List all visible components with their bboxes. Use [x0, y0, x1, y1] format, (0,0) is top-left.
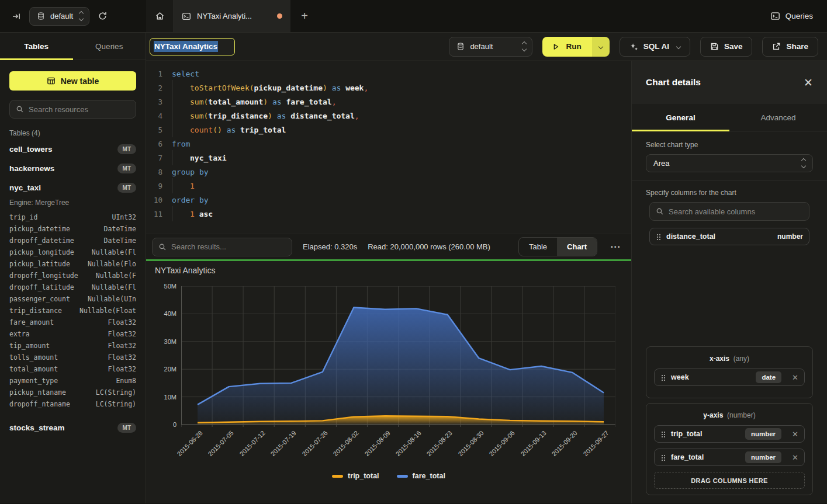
remove-icon[interactable]: ✕ — [792, 373, 798, 382]
column-row[interactable]: tip_amountFloat32 — [9, 340, 136, 352]
column-name: pickup_ntaname — [9, 388, 66, 397]
column-row[interactable]: tolls_amountFloat32 — [9, 352, 136, 363]
results-toolbar: Elapsed: 0.320s Read: 20,000,000 rows (2… — [146, 234, 631, 259]
tab-general[interactable]: General — [632, 104, 729, 131]
drag-handle-icon[interactable] — [661, 374, 665, 381]
column-row[interactable]: dropoff_datetimeDateTime — [9, 235, 136, 246]
top-bar: default NYTaxi Analyti... + Queries — [0, 0, 827, 33]
new-table-button[interactable]: New table — [9, 71, 136, 91]
collapse-sidebar-icon[interactable] — [12, 12, 21, 21]
topbar-right: Queries — [770, 0, 827, 32]
column-row[interactable]: trip_idUInt32 — [9, 211, 136, 223]
terminal-icon — [182, 12, 191, 21]
column-row[interactable]: passenger_countNullable(UIn — [9, 293, 136, 305]
column-item-distance_total[interactable]: distance_total number — [649, 228, 809, 245]
chart-type-select[interactable]: Area — [646, 154, 813, 172]
drag-handle-icon[interactable] — [656, 234, 660, 240]
tab-advanced[interactable]: Advanced — [729, 104, 827, 131]
columns-search-input[interactable] — [669, 207, 803, 216]
column-row[interactable]: pickup_datetimeDateTime — [9, 223, 136, 235]
editor-line: 10order by — [146, 193, 631, 207]
column-item-trip_total[interactable]: trip_total number✕ — [654, 425, 805, 443]
chart-type-value: Area — [653, 159, 669, 168]
engine-badge: MT — [117, 423, 136, 433]
legend-item[interactable]: fare_total — [397, 472, 445, 480]
table-row[interactable]: stocks_stream MT — [9, 418, 136, 437]
sql-editor[interactable]: 1select2toStartOfWeek(pickup_datetime) a… — [146, 61, 631, 234]
column-item-fare_total[interactable]: fare_total number✕ — [654, 449, 805, 466]
sidebar-search-input[interactable] — [29, 105, 130, 114]
sql-ai-button[interactable]: SQL AI — [620, 37, 690, 57]
column-row[interactable]: fare_amountFloat32 — [9, 317, 136, 328]
query-database-selector[interactable]: default — [449, 37, 532, 57]
column-type: LC(String) — [96, 388, 136, 397]
x-tick-label: 2015-08-09 — [363, 429, 391, 457]
column-row[interactable]: total_amountFloat32 — [9, 363, 136, 375]
column-type-badge: number — [745, 428, 781, 440]
run-options-button[interactable] — [592, 37, 610, 57]
run-button[interactable]: Run — [542, 37, 591, 57]
drag-columns-dropzone[interactable]: DRAG COLUMNS HERE — [654, 472, 805, 489]
editor-line: 6from — [146, 137, 631, 151]
shell: Tables Queries New table Tables (4) cell… — [0, 33, 827, 503]
column-row[interactable]: payment_typeEnum8 — [9, 375, 136, 387]
drag-handle-icon[interactable] — [661, 431, 665, 437]
results-search-input[interactable] — [171, 242, 286, 251]
remove-icon[interactable]: ✕ — [792, 430, 798, 439]
table-row[interactable]: cell_towers MT — [9, 140, 136, 159]
column-type: DateTime — [104, 237, 136, 245]
tab-tables[interactable]: Tables — [0, 33, 73, 60]
tab-nytaxi-analytics[interactable]: NYTaxi Analyti... — [174, 0, 290, 32]
column-row[interactable]: trip_distanceNullable(Float — [9, 305, 136, 317]
database-selector[interactable]: default — [29, 7, 89, 26]
column-row[interactable]: dropoff_longitudeNullable(F — [9, 270, 136, 281]
new-tab-button[interactable]: + — [290, 0, 319, 32]
column-row[interactable]: dropoff_latitudeNullable(Fl — [9, 281, 136, 293]
share-button[interactable]: Share — [762, 37, 818, 57]
line-number: 4 — [146, 109, 162, 123]
column-type: Enum8 — [116, 377, 136, 385]
sidebar-search[interactable] — [9, 100, 136, 119]
toggle-table[interactable]: Table — [519, 238, 557, 256]
column-item-week[interactable]: week date✕ — [654, 369, 805, 386]
x-axis-heading: x-axis (any) — [654, 352, 805, 363]
table-row[interactable]: hackernews MT — [9, 159, 136, 178]
column-row[interactable]: extraFloat32 — [9, 328, 136, 340]
table-row[interactable]: nyc_taxi MT — [9, 178, 136, 197]
tab-queries[interactable]: Queries — [73, 33, 146, 60]
view-toggle: Table Chart — [518, 237, 597, 256]
toggle-chart[interactable]: Chart — [557, 238, 597, 256]
elapsed-stat: Elapsed: 0.320s — [303, 242, 357, 251]
column-name: fare_amount — [9, 318, 54, 326]
y-tick-label: 0 — [148, 421, 177, 428]
more-options-icon[interactable]: ⋯ — [608, 241, 623, 253]
refresh-icon[interactable] — [98, 11, 108, 21]
y-axis-box: y-axis (number) trip_total number✕ fare_… — [646, 403, 813, 495]
new-table-label: New table — [61, 77, 99, 86]
tab-home[interactable] — [146, 0, 174, 32]
column-type-badge: number — [777, 232, 803, 241]
column-row[interactable]: dropoff_ntanameLC(String) — [9, 398, 136, 410]
x-tick-label: 2015-09-06 — [488, 429, 516, 457]
column-row[interactable]: pickup_latitudeNullable(Flo — [9, 258, 136, 270]
chevron-updown-icon — [79, 12, 83, 20]
legend-item[interactable]: trip_total — [332, 472, 379, 480]
line-number: 7 — [146, 151, 162, 165]
remove-icon[interactable]: ✕ — [792, 453, 798, 462]
x-tick-label: 2015-07-26 — [300, 429, 328, 457]
panel-body: Select chart type Area Specify columns f… — [632, 131, 827, 503]
column-name: payment_type — [9, 377, 58, 385]
close-icon[interactable]: ✕ — [804, 76, 813, 89]
column-row[interactable]: pickup_ntanameLC(String) — [9, 387, 136, 398]
area-chart-plot[interactable] — [181, 286, 615, 430]
column-row[interactable]: pickup_longitudeNullable(Fl — [9, 246, 136, 258]
search-icon — [16, 105, 24, 113]
save-button[interactable]: Save — [700, 37, 753, 57]
columns-search[interactable] — [649, 202, 809, 221]
line-number: 8 — [146, 165, 162, 179]
query-title-input[interactable]: NYTaxi Analytics — [150, 38, 235, 55]
column-type: Nullable(Fl — [92, 283, 136, 291]
queries-button[interactable]: Queries — [770, 11, 813, 21]
drag-handle-icon[interactable] — [661, 454, 665, 461]
results-search[interactable] — [152, 238, 292, 256]
